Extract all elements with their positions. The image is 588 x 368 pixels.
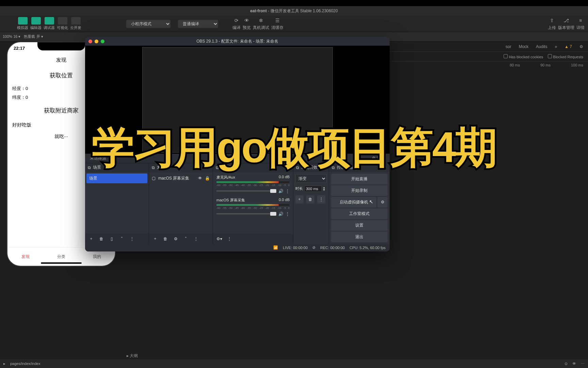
action-compile[interactable]: ⟳编译 bbox=[232, 17, 241, 31]
start-virtualcam-button[interactable]: 启动虚拟摄像机 bbox=[331, 197, 376, 208]
toolbar-simulator[interactable]: 模拟器 bbox=[17, 17, 28, 30]
obs-preview[interactable] bbox=[85, 46, 390, 154]
outline-header[interactable]: ▸ 大纲 bbox=[122, 352, 588, 360]
source-item[interactable]: ▢ macOS 屏幕采集 👁 🔒 bbox=[150, 173, 211, 183]
scene-filter-button[interactable]: ▯ bbox=[108, 235, 115, 242]
mode-select[interactable]: 小程序模式 bbox=[126, 20, 170, 28]
speaker-icon[interactable]: 🔊 bbox=[278, 189, 283, 194]
action-upload[interactable]: ⇪上传 bbox=[548, 17, 556, 31]
cpu-status: CPU: 5.2%, 60.00 fps bbox=[349, 246, 386, 250]
dt-tab-mock[interactable]: Mock bbox=[519, 44, 528, 49]
mixer-settings-button[interactable]: ⚙▾ bbox=[216, 235, 223, 242]
dt-tab[interactable]: sor bbox=[506, 44, 511, 49]
popout-icon[interactable]: ⧉ bbox=[332, 165, 335, 170]
action-detail[interactable]: ≡详情 bbox=[576, 17, 585, 31]
screen-icon: ▢ bbox=[152, 176, 156, 181]
eye-icon[interactable]: 👁 bbox=[572, 362, 576, 366]
browser-tabs bbox=[0, 0, 588, 6]
ide-toolbar: 模拟器 编辑器 调试器 可视化 云开发 小程序模式 普通编译 ⟳编译 👁预览 ✲… bbox=[0, 16, 588, 32]
visibility-icon[interactable]: 👁 bbox=[198, 176, 202, 181]
action-preview[interactable]: 👁预览 bbox=[243, 17, 251, 31]
compile-select[interactable]: 普通编译 bbox=[178, 20, 218, 28]
action-remote-debug[interactable]: ✲真机调试 bbox=[253, 17, 269, 31]
gear-icon[interactable]: ⚙ bbox=[579, 44, 583, 49]
no-source-label: 未选择源 bbox=[90, 155, 106, 161]
maximize-icon[interactable] bbox=[101, 40, 104, 43]
signal-icon: 📶 bbox=[273, 245, 278, 250]
rec-status: REC: 00:00:00 bbox=[320, 246, 345, 250]
add-source-button[interactable]: ＋ bbox=[152, 235, 159, 242]
transition-more-button[interactable]: ⋮ bbox=[317, 195, 325, 203]
source-settings-button[interactable]: ⚙ 设置 bbox=[372, 155, 385, 161]
toolbar-editor[interactable]: 编辑器 bbox=[30, 17, 42, 30]
delete-transition-button[interactable]: 🗑 bbox=[306, 195, 314, 203]
toolbar-debugger[interactable]: 调试器 bbox=[44, 17, 55, 30]
source-up-button[interactable]: ˄ bbox=[182, 235, 189, 242]
filter-blocked-cookies[interactable]: Has blocked cookies bbox=[504, 54, 543, 59]
start-streaming-button[interactable]: 开始直播 bbox=[331, 174, 388, 184]
action-clear-cache[interactable]: ☰清缓存 bbox=[271, 17, 283, 31]
collapse-icon[interactable]: ▸ bbox=[3, 362, 5, 366]
mixer-channel-mic: 麦克风/Aux0.0 dB -60-55-50-45-40-35-30-25-2… bbox=[214, 173, 292, 196]
mixer-channel-screen: macOS 屏幕采集0.0 dB -60-55-50-45-40-35-30-2… bbox=[214, 196, 292, 219]
obs-titlebar[interactable]: OBS 29.1.3 - 配置文件: 未命名 - 场景: 未命名 bbox=[85, 37, 390, 46]
mixer-more-button[interactable]: ⋮ bbox=[226, 235, 233, 242]
popout-icon[interactable]: ⧉ bbox=[152, 165, 155, 170]
add-scene-button[interactable]: ＋ bbox=[88, 235, 95, 242]
delete-scene-button[interactable]: 🗑 bbox=[98, 235, 105, 242]
popout-icon[interactable]: ⧉ bbox=[296, 165, 299, 170]
add-transition-button[interactable]: ＋ bbox=[295, 195, 304, 203]
popout-icon[interactable]: ⧉ bbox=[88, 165, 91, 170]
toolbar-cloud[interactable]: 云开发 bbox=[70, 17, 81, 30]
source-more-button[interactable]: ⋮ bbox=[193, 235, 199, 242]
page-path: pages/index/index bbox=[10, 362, 40, 366]
virtualcam-settings-button[interactable]: ⚙ bbox=[377, 197, 388, 208]
wifi-icon[interactable]: ⊙ bbox=[565, 362, 568, 366]
close-icon[interactable] bbox=[88, 40, 92, 43]
filter-blocked-requests[interactable]: Blocked Requests bbox=[548, 54, 583, 59]
action-version[interactable]: ⎇版本管理 bbox=[558, 17, 574, 31]
lock-icon[interactable]: 🔒 bbox=[205, 176, 210, 181]
scene-up-button[interactable]: ˄ bbox=[118, 235, 125, 242]
zoom-select[interactable]: 100% 16 ▾ bbox=[3, 34, 20, 39]
minimize-icon[interactable] bbox=[95, 40, 98, 43]
delete-source-button[interactable]: 🗑 bbox=[162, 235, 169, 242]
tab-discover[interactable]: 发现 bbox=[7, 247, 43, 266]
popout-icon[interactable]: ⧉ bbox=[216, 165, 219, 170]
start-recording-button[interactable]: 开始录制 bbox=[331, 185, 388, 196]
stepper-icon[interactable]: ▴▾ bbox=[323, 186, 325, 191]
hot-reload-toggle[interactable]: 热重载 开 ▾ bbox=[24, 34, 43, 39]
dt-tab-audits[interactable]: Audits bbox=[536, 44, 547, 49]
obs-status-bar: 📶 LIVE: 00:00:00 ⊘ REC: 00:00:00 CPU: 5.… bbox=[85, 244, 390, 251]
live-status: LIVE: 00:00:00 bbox=[283, 246, 308, 250]
volume-slider[interactable] bbox=[216, 190, 276, 191]
transition-duration-input[interactable] bbox=[304, 186, 322, 192]
transition-select[interactable]: 渐变 bbox=[295, 174, 327, 183]
scene-more-button[interactable]: ⋮ bbox=[129, 235, 135, 242]
ide-titlebar: eat-front - 微信开发者工具 Stable 1.06.2306020 bbox=[0, 6, 588, 16]
channel-more-button[interactable]: ⋮ bbox=[285, 212, 290, 216]
channel-more-button[interactable]: ⋮ bbox=[285, 189, 290, 194]
studio-mode-button[interactable]: 工作室模式 bbox=[331, 209, 388, 219]
toolbar-visual[interactable]: 可视化 bbox=[57, 17, 68, 30]
dt-tab-more[interactable]: » bbox=[555, 44, 557, 49]
exit-button[interactable]: 退出 bbox=[331, 232, 388, 242]
disk-icon: ⊘ bbox=[312, 245, 315, 250]
speaker-icon[interactable]: 🔊 bbox=[278, 212, 283, 216]
status-bar: ▸ pages/index/index ⊙ 👁 ⋯ bbox=[0, 359, 588, 368]
warning-badge[interactable]: ▲ 7 bbox=[565, 44, 572, 49]
obs-window: OBS 29.1.3 - 配置文件: 未命名 - 场景: 未命名 未选择源 ⚙ … bbox=[85, 37, 390, 251]
settings-button[interactable]: 设置 bbox=[331, 220, 388, 231]
source-settings-button[interactable]: ⚙ bbox=[172, 235, 179, 242]
volume-slider[interactable] bbox=[216, 213, 276, 214]
more-icon[interactable]: ⋯ bbox=[581, 362, 585, 366]
scene-item[interactable]: 场景 bbox=[86, 173, 147, 183]
